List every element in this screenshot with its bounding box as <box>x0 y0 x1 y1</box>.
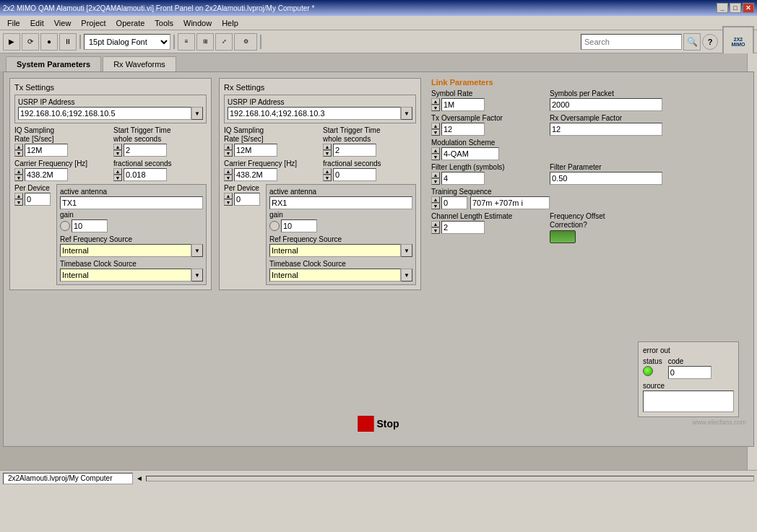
rx-ref-freq-arrow[interactable]: ▼ <box>401 244 412 257</box>
tx-antenna-box: active antenna gain Ref Frequency Source… <box>56 184 207 285</box>
resize-button[interactable]: ⤢ <box>215 33 233 51</box>
menu-edit[interactable]: Edit <box>26 17 48 29</box>
tx-frac-input[interactable] <box>124 168 167 181</box>
tx-timebase-input[interactable] <box>60 269 191 282</box>
tx-iq-rate-down[interactable]: ▼ <box>14 150 23 157</box>
menu-project[interactable]: Project <box>77 17 110 29</box>
channel-length-down[interactable]: ▼ <box>431 227 440 234</box>
tx-active-antenna-input[interactable] <box>60 196 203 209</box>
stop-button[interactable]: Stop <box>358 416 399 432</box>
symbol-rate-input[interactable] <box>441 98 485 111</box>
tx-whole-secs-input[interactable] <box>124 144 167 157</box>
rx-frac-input[interactable] <box>333 168 376 181</box>
tx-oversample-down[interactable]: ▼ <box>431 129 440 136</box>
search-input[interactable] <box>581 34 682 50</box>
menu-help[interactable]: Help <box>217 17 243 29</box>
tx-oversample-input[interactable] <box>441 123 485 136</box>
tab-rx-waveforms[interactable]: Rx Waveforms <box>103 56 176 71</box>
rx-iq-rate-input[interactable] <box>234 144 277 157</box>
distribute-button[interactable]: ⊞ <box>196 33 214 51</box>
tx-carrier-down[interactable]: ▼ <box>14 175 23 181</box>
rx-ref-freq-input[interactable] <box>269 244 401 257</box>
tx-usrp-group: USRP IP Address ▼ <box>14 95 207 123</box>
tx-per-device-down[interactable]: ▼ <box>14 199 23 206</box>
search-icon[interactable]: 🔍 <box>683 33 701 51</box>
status-scroll[interactable] <box>146 476 754 481</box>
tx-gain-input[interactable] <box>72 219 108 232</box>
rx-oversample-input[interactable] <box>550 123 662 136</box>
filter-param-input[interactable] <box>550 172 662 185</box>
menu-window[interactable]: Window <box>179 17 216 29</box>
rx-frac-up[interactable]: ▲ <box>323 168 332 175</box>
rx-iq-rate-down[interactable]: ▼ <box>224 150 233 157</box>
channel-length-input[interactable] <box>441 221 485 234</box>
tx-usrp-dropdown-arrow[interactable]: ▼ <box>191 107 203 120</box>
menu-file[interactable]: File <box>3 17 25 29</box>
maximize-button[interactable]: □ <box>730 3 741 13</box>
help-button[interactable]: ? <box>702 34 718 50</box>
minimize-button[interactable]: _ <box>717 3 728 13</box>
training-seq-up[interactable]: ▲ <box>431 196 440 203</box>
rx-per-device-up[interactable]: ▲ <box>224 193 233 199</box>
filter-length-down[interactable]: ▼ <box>431 178 440 185</box>
tx-iq-rate-input[interactable] <box>25 144 68 157</box>
tx-per-device-up[interactable]: ▲ <box>14 193 23 199</box>
rx-whole-up[interactable]: ▲ <box>323 144 332 150</box>
rx-carrier-up[interactable]: ▲ <box>224 168 233 175</box>
tx-carrier-input[interactable] <box>25 168 68 181</box>
abort-button[interactable]: ● <box>40 33 58 51</box>
rx-carrier-down[interactable]: ▼ <box>224 175 233 181</box>
training-seq-formula-input[interactable] <box>470 196 550 209</box>
tab-system-parameters[interactable]: System Parameters <box>6 56 101 71</box>
tx-per-device-input[interactable] <box>25 193 51 206</box>
tx-oversample-up[interactable]: ▲ <box>431 123 440 129</box>
tx-usrp-input[interactable] <box>18 107 191 120</box>
tx-iq-rate-up[interactable]: ▲ <box>14 144 23 150</box>
rx-whole-secs-input[interactable] <box>333 144 376 157</box>
channel-length-up[interactable]: ▲ <box>431 221 440 227</box>
filter-length-input[interactable] <box>441 172 485 185</box>
rx-per-device-row: Per Device ▲ ▼ active antenna gain <box>224 184 416 285</box>
training-seq-input[interactable] <box>441 196 467 209</box>
rx-usrp-input[interactable] <box>228 107 401 120</box>
reorder-button[interactable]: ⚙ <box>234 33 257 51</box>
run-continuously-button[interactable]: ⟳ <box>22 33 39 51</box>
modulation-input[interactable] <box>441 147 499 160</box>
tx-carrier-up[interactable]: ▲ <box>14 168 23 175</box>
modulation-down[interactable]: ▼ <box>431 154 440 160</box>
tx-frac-up[interactable]: ▲ <box>113 168 122 175</box>
align-button[interactable]: ≡ <box>178 33 195 51</box>
symbol-rate-down[interactable]: ▼ <box>431 105 440 111</box>
tx-ref-freq-input[interactable] <box>60 244 191 257</box>
run-button[interactable]: ▶ <box>3 33 20 51</box>
rx-usrp-dropdown-arrow[interactable]: ▼ <box>401 107 412 120</box>
menu-tools[interactable]: Tools <box>150 17 178 29</box>
tx-timebase-arrow[interactable]: ▼ <box>191 269 203 282</box>
modulation-up[interactable]: ▲ <box>431 147 440 154</box>
freq-offset-toggle[interactable] <box>550 230 576 243</box>
rx-frac-down[interactable]: ▼ <box>323 175 332 181</box>
training-seq-down[interactable]: ▼ <box>431 203 440 209</box>
menu-operate[interactable]: Operate <box>112 17 150 29</box>
rx-gain-input[interactable] <box>281 219 317 232</box>
rx-carrier-input[interactable] <box>234 168 277 181</box>
filter-length-up[interactable]: ▲ <box>431 172 440 178</box>
rx-timebase-arrow[interactable]: ▼ <box>401 269 412 282</box>
rx-timebase-input[interactable] <box>269 269 401 282</box>
font-selector[interactable]: 15pt Dialog Font <box>84 34 170 50</box>
symbol-rate-up[interactable]: ▲ <box>431 98 440 105</box>
close-button[interactable]: ✕ <box>743 3 754 13</box>
rx-iq-rate-up[interactable]: ▲ <box>224 144 233 150</box>
menu-view[interactable]: View <box>50 17 76 29</box>
tx-whole-down[interactable]: ▼ <box>113 150 122 157</box>
tx-frac-down[interactable]: ▼ <box>113 175 122 181</box>
symbols-per-packet-input[interactable] <box>550 98 662 111</box>
tx-ref-freq-arrow[interactable]: ▼ <box>191 244 203 257</box>
error-code-input[interactable] <box>668 366 711 379</box>
rx-active-antenna-input[interactable] <box>269 196 412 209</box>
tx-whole-up[interactable]: ▲ <box>113 144 122 150</box>
rx-per-device-input[interactable] <box>234 193 260 206</box>
rx-whole-down[interactable]: ▼ <box>323 150 332 157</box>
rx-per-device-down[interactable]: ▼ <box>224 199 233 206</box>
pause-button[interactable]: ⏸ <box>59 33 77 51</box>
